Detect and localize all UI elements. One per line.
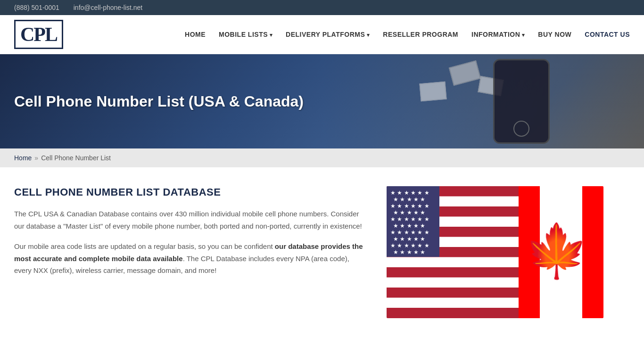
breadcrumb-current: Cell Phone Number List <box>41 154 111 162</box>
content-left: CELL PHONE NUMBER LIST DATABASE The CPL … <box>14 186 368 318</box>
email-link[interactable]: info@cell-phone-list.net <box>74 4 143 11</box>
svg-text:🍁: 🍁 <box>524 221 589 282</box>
svg-text:★ ★ ★ ★ ★ ★: ★ ★ ★ ★ ★ ★ <box>390 189 429 196</box>
site-header: CPL HOME MOBILE LISTS DELIVERY PLATFORMS… <box>0 15 644 54</box>
nav-delivery-platforms[interactable]: DELIVERY PLATFORMS <box>286 31 370 38</box>
svg-text:★ ★ ★ ★ ★ ★: ★ ★ ★ ★ ★ ★ <box>390 229 429 236</box>
main-nav: HOME MOBILE LISTS DELIVERY PLATFORMS RES… <box>185 31 630 38</box>
envelope-decoration-1 <box>449 60 481 86</box>
svg-text:★ ★ ★ ★ ★ ★: ★ ★ ★ ★ ★ ★ <box>390 216 429 222</box>
svg-text:★ ★ ★ ★ ★ ★: ★ ★ ★ ★ ★ ★ <box>390 203 429 209</box>
top-bar: (888) 501-0001 info@cell-phone-list.net <box>0 0 644 15</box>
nav-home[interactable]: HOME <box>185 31 206 38</box>
breadcrumb: Home » Cell Phone Number List <box>0 148 644 167</box>
main-content: CELL PHONE NUMBER LIST DATABASE The CPL … <box>0 167 644 337</box>
nav-contact-us[interactable]: CONTACT US <box>585 31 630 38</box>
paragraph-2: Our mobile area code lists are updated o… <box>14 240 368 277</box>
svg-text:★ ★ ★ ★ ★ ★: ★ ★ ★ ★ ★ ★ <box>390 242 429 249</box>
site-logo[interactable]: CPL <box>14 20 63 49</box>
flags-svg: ★ ★ ★ ★ ★ ★ ★ ★ ★ ★ ★ ★ ★ ★ ★ ★ ★ ★ ★ ★ … <box>387 186 603 318</box>
paragraph-2-before: Our mobile area code lists are updated o… <box>14 242 275 250</box>
phone-decoration <box>493 59 550 144</box>
breadcrumb-home[interactable]: Home <box>14 154 32 162</box>
svg-text:★ ★ ★ ★ ★: ★ ★ ★ ★ ★ <box>393 249 425 255</box>
hero-banner: Cell Phone Number List (USA & Canada) <box>0 54 644 148</box>
svg-text:★ ★ ★ ★ ★: ★ ★ ★ ★ ★ <box>393 209 425 216</box>
nav-information[interactable]: INFORMATION <box>471 31 525 38</box>
svg-text:★ ★ ★ ★ ★: ★ ★ ★ ★ ★ <box>393 236 425 242</box>
flag-image: ★ ★ ★ ★ ★ ★ ★ ★ ★ ★ ★ ★ ★ ★ ★ ★ ★ ★ ★ ★ … <box>387 186 603 318</box>
content-right: ★ ★ ★ ★ ★ ★ ★ ★ ★ ★ ★ ★ ★ ★ ★ ★ ★ ★ ★ ★ … <box>387 186 603 318</box>
svg-rect-4 <box>387 257 519 268</box>
nav-buy-now[interactable]: BUY NOW <box>538 31 571 38</box>
hero-title: Cell Phone Number List (USA & Canada) <box>14 93 304 110</box>
nav-mobile-lists[interactable]: MOBILE LISTS <box>219 31 272 38</box>
nav-reseller-program[interactable]: RESELLER PROGRAM <box>383 31 458 38</box>
breadcrumb-separator: » <box>34 154 38 162</box>
paragraph-1: The CPL USA & Canadian Database contains… <box>14 208 368 232</box>
svg-rect-6 <box>387 298 519 308</box>
svg-rect-5 <box>387 278 519 288</box>
phone-number: (888) 501-0001 <box>14 4 59 11</box>
svg-text:★ ★ ★ ★ ★: ★ ★ ★ ★ ★ <box>393 196 425 203</box>
section-title: CELL PHONE NUMBER LIST DATABASE <box>14 186 368 198</box>
envelope-decoration-3 <box>419 82 446 102</box>
svg-text:★ ★ ★ ★ ★: ★ ★ ★ ★ ★ <box>393 222 425 229</box>
